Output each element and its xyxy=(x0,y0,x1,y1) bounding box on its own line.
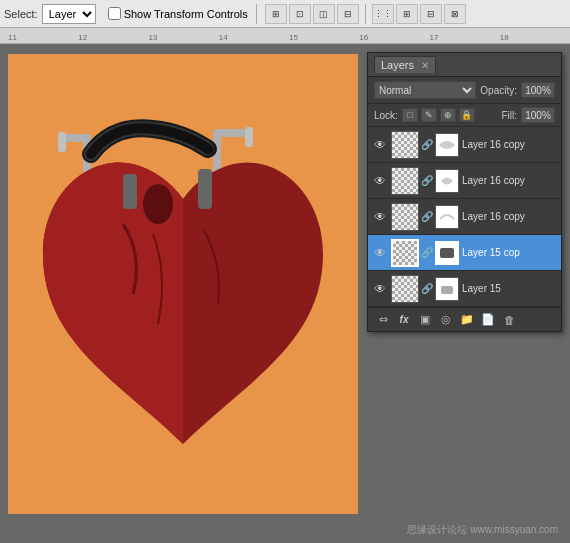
svg-rect-2 xyxy=(58,132,66,152)
layers-tab-close[interactable]: ✕ xyxy=(421,60,429,71)
blend-mode-select[interactable]: Normal xyxy=(374,81,476,99)
opacity-input[interactable] xyxy=(521,82,555,98)
new-group-icon[interactable]: 📁 xyxy=(458,312,476,328)
layer-row[interactable]: 👁 🔗 Layer 15 xyxy=(368,271,561,307)
adjustment-icon[interactable]: ◎ xyxy=(437,312,455,328)
horizontal-ruler: 11 12 13 14 15 16 17 18 xyxy=(0,28,570,44)
align-right-icon[interactable]: ◫ xyxy=(313,4,335,24)
layer-link-icon[interactable]: 🔗 xyxy=(422,282,432,296)
ruler-tick-14: 14 xyxy=(219,33,289,42)
lock-label: Lock: xyxy=(374,110,398,121)
svg-rect-8 xyxy=(198,169,212,209)
layer-mask-thumbnail xyxy=(435,277,459,301)
transform-controls-group: Show Transform Controls xyxy=(108,7,248,20)
layer-link-icon[interactable]: 🔗 xyxy=(422,138,432,152)
heart-illustration xyxy=(23,74,353,514)
svg-rect-5 xyxy=(245,127,253,147)
layer-thumbnail xyxy=(391,167,419,195)
watermark: 思缘设计论坛 www.missyuan.com xyxy=(407,523,558,537)
link-layers-icon[interactable]: ⇔ xyxy=(374,312,392,328)
lock-position-icon[interactable]: ⊕ xyxy=(440,108,456,122)
panel-bottom-toolbar: ⇔ fx ▣ ◎ 📁 📄 🗑 xyxy=(368,307,561,331)
distribute-icon-3[interactable]: ⊟ xyxy=(420,4,442,24)
new-layer-icon[interactable]: 📄 xyxy=(479,312,497,328)
select-label: Select: xyxy=(4,8,38,20)
layers-panel: Layers ✕ Normal Opacity: Lock: □ ✎ ⊕ 🔒 F… xyxy=(367,52,562,332)
layer-name: Layer 15 cop xyxy=(462,247,557,258)
ruler-tick-15: 15 xyxy=(289,33,359,42)
layer-mask-thumbnail xyxy=(435,205,459,229)
fill-input[interactable] xyxy=(521,107,555,123)
artboard xyxy=(8,54,358,514)
ruler-tick-17: 17 xyxy=(430,33,500,42)
delete-layer-icon[interactable]: 🗑 xyxy=(500,312,518,328)
svg-rect-10 xyxy=(441,286,453,294)
toolbar-divider-2 xyxy=(365,4,366,24)
layers-list: 👁 🔗 Layer 16 copy 👁 🔗 Layer 16 copy xyxy=(368,127,561,307)
main-toolbar: Select: Layer Show Transform Controls ⊞ … xyxy=(0,0,570,28)
layers-tab-label: Layers xyxy=(381,59,414,71)
fx-icon[interactable]: fx xyxy=(395,312,413,328)
ruler-tick-11: 11 xyxy=(8,33,78,42)
ruler-content: 11 12 13 14 15 16 17 18 xyxy=(0,33,570,42)
layer-thumbnail xyxy=(391,203,419,231)
layer-mask-thumbnail xyxy=(435,241,459,265)
layer-row-active[interactable]: 👁 🔗 Layer 15 cop xyxy=(368,235,561,271)
layer-link-icon[interactable]: 🔗 xyxy=(422,174,432,188)
layer-row[interactable]: 👁 🔗 Layer 16 copy xyxy=(368,163,561,199)
layer-visibility-icon[interactable]: 👁 xyxy=(372,173,388,189)
svg-rect-7 xyxy=(123,174,137,209)
layer-thumbnail xyxy=(391,131,419,159)
opacity-label: Opacity: xyxy=(480,85,517,96)
layer-visibility-icon[interactable]: 👁 xyxy=(372,209,388,225)
ruler-tick-13: 13 xyxy=(149,33,219,42)
layer-row[interactable]: 👁 🔗 Layer 16 copy xyxy=(368,127,561,163)
layer-link-icon[interactable]: 🔗 xyxy=(422,246,432,260)
svg-point-6 xyxy=(143,184,173,224)
ruler-tick-16: 16 xyxy=(359,33,429,42)
lock-transparent-icon[interactable]: □ xyxy=(402,108,418,122)
layer-name: Layer 16 copy xyxy=(462,175,557,186)
toolbar-icons-group: ⊞ ⊡ ◫ ⊟ ⋮⋮ ⊞ ⊟ ⊠ xyxy=(265,4,466,24)
heart-body xyxy=(43,162,323,444)
distribute-icon-2[interactable]: ⊞ xyxy=(396,4,418,24)
lock-icons: □ ✎ ⊕ 🔒 xyxy=(402,108,475,122)
layer-mask-thumbnail xyxy=(435,133,459,157)
distribute-icon-1[interactable]: ⋮⋮ xyxy=(372,4,394,24)
lock-pixels-icon[interactable]: ✎ xyxy=(421,108,437,122)
layer-select[interactable]: Layer xyxy=(42,4,96,24)
layer-thumbnail xyxy=(391,239,419,267)
align-left-icon[interactable]: ⊞ xyxy=(265,4,287,24)
fill-label: Fill: xyxy=(501,110,517,121)
layer-mask-thumbnail xyxy=(435,169,459,193)
panel-tab-bar: Layers ✕ xyxy=(368,53,561,77)
blend-row: Normal Opacity: xyxy=(368,77,561,104)
layer-visibility-icon[interactable]: 👁 xyxy=(372,137,388,153)
layer-name: Layer 16 copy xyxy=(462,211,557,222)
align-center-icon[interactable]: ⊡ xyxy=(289,4,311,24)
svg-rect-9 xyxy=(440,248,454,258)
layer-name: Layer 15 xyxy=(462,283,557,294)
ruler-tick-18: 18 xyxy=(500,33,570,42)
align-top-icon[interactable]: ⊟ xyxy=(337,4,359,24)
distribute-icon-4[interactable]: ⊠ xyxy=(444,4,466,24)
layer-thumbnail xyxy=(391,275,419,303)
show-transform-label: Show Transform Controls xyxy=(124,8,248,20)
canvas-area: Layers ✕ Normal Opacity: Lock: □ ✎ ⊕ 🔒 F… xyxy=(0,44,570,543)
layer-name: Layer 16 copy xyxy=(462,139,557,150)
layer-visibility-icon[interactable]: 👁 xyxy=(372,281,388,297)
layers-tab[interactable]: Layers ✕ xyxy=(374,56,436,73)
layer-row[interactable]: 👁 🔗 Layer 16 copy xyxy=(368,199,561,235)
ruler-tick-12: 12 xyxy=(78,33,148,42)
toolbar-divider-1 xyxy=(256,4,257,24)
add-mask-icon[interactable]: ▣ xyxy=(416,312,434,328)
layer-visibility-icon[interactable]: 👁 xyxy=(372,245,388,261)
show-transform-checkbox[interactable] xyxy=(108,7,121,20)
layer-link-icon[interactable]: 🔗 xyxy=(422,210,432,224)
lock-row: Lock: □ ✎ ⊕ 🔒 Fill: xyxy=(368,104,561,127)
lock-all-icon[interactable]: 🔒 xyxy=(459,108,475,122)
panel-bottom-icons: ⇔ fx ▣ ◎ 📁 📄 🗑 xyxy=(374,312,518,328)
